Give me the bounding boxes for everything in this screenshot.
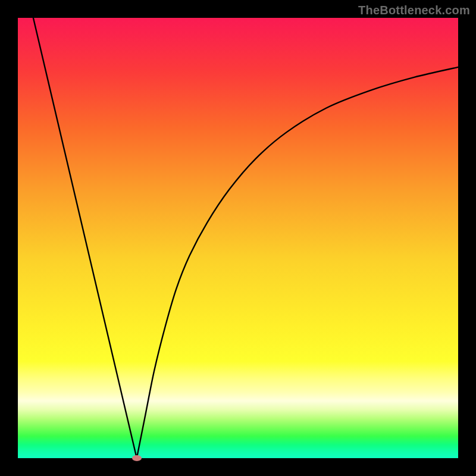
minimum-marker (132, 455, 142, 461)
plot-area (18, 18, 458, 458)
bottleneck-curve (18, 18, 458, 458)
chart-frame: TheBottleneck.com (0, 0, 476, 476)
watermark-text: TheBottleneck.com (358, 4, 470, 17)
